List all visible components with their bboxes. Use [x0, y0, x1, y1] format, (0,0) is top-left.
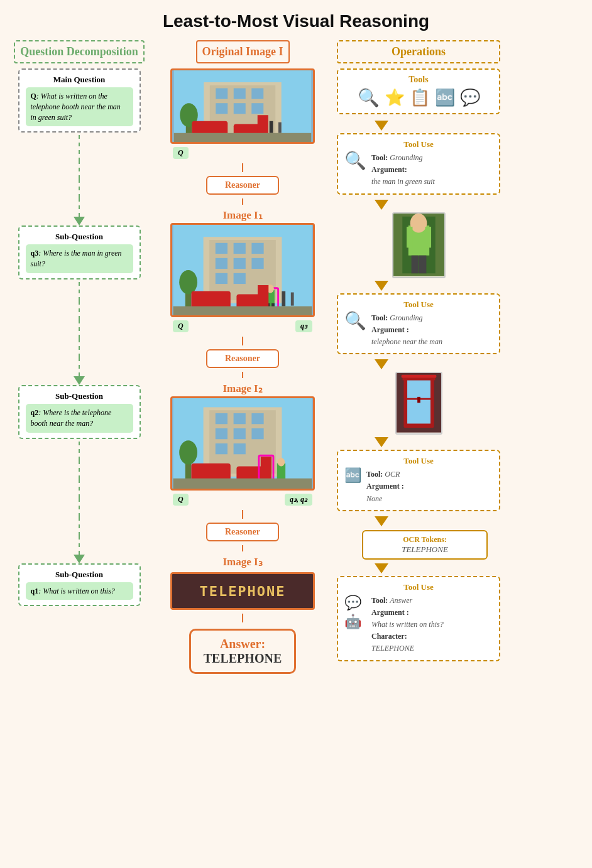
- badges-row-2: Q q₃, q₂: [170, 492, 315, 507]
- main-question-box: Main Question Q: What is written on the …: [18, 68, 141, 133]
- tool-use-text-3: Tool: OCR Argument : None: [366, 469, 404, 505]
- svg-rect-50: [216, 443, 227, 454]
- svg-point-29: [179, 270, 197, 294]
- svg-rect-14: [278, 122, 282, 133]
- sub-question-3-box: Sub-Question q1: What is written on this…: [18, 563, 141, 607]
- q3-label: q3: [31, 249, 39, 258]
- ocr-tokens-label: OCR Tokens:: [372, 535, 478, 545]
- svg-rect-25: [251, 258, 263, 269]
- arg-label-3: Argument :: [366, 482, 404, 491]
- svg-rect-21: [234, 243, 246, 254]
- image-i3: TELEPHONE: [170, 572, 315, 610]
- svg-rect-5: [251, 89, 263, 99]
- v-dash-6: [79, 301, 80, 320]
- star-icon: ⭐: [385, 88, 405, 107]
- answer-icon: 💬: [460, 88, 480, 107]
- tool-use-box-4: Tool Use 💬 🤖 Tool: Answer Argument : Wha…: [337, 576, 500, 661]
- sub-q1-content: Where is the man in green suit?: [31, 249, 122, 268]
- v-dash-11: [79, 460, 80, 479]
- reasoner-box-3: Reasoner: [206, 523, 279, 541]
- v-dash-10: [79, 442, 80, 460]
- image-i1-label: Image I₁: [222, 209, 262, 222]
- q-label: Q: [31, 92, 36, 100]
- ocr-tool-icon: 🔤: [344, 469, 361, 482]
- v-dash-9: [79, 357, 80, 376]
- v-dash-14: [79, 517, 80, 536]
- svg-rect-67: [406, 227, 412, 247]
- svg-rect-6: [216, 103, 227, 114]
- arg-label-1: Argument:: [371, 165, 407, 174]
- left-column: Question Decomposition Main Question Q: …: [10, 40, 148, 679]
- grounding-icon: 🔍: [358, 87, 380, 108]
- svg-rect-68: [425, 227, 431, 247]
- sub-q2-content: Where is the telephone booth near the ma…: [31, 408, 112, 428]
- arrow-to-sub3: [74, 555, 85, 563]
- middle-column: Original Image I: [155, 40, 331, 679]
- image-i3-label: Image I₃: [222, 555, 262, 568]
- svg-rect-37: [258, 285, 268, 309]
- arrow-to-sub1: [74, 217, 85, 225]
- arg-value-4: What is written on this?: [371, 620, 444, 629]
- arrow-down-gold-5: [375, 437, 388, 447]
- v-line-after-reasoner-1: [242, 198, 243, 205]
- svg-rect-24: [234, 258, 246, 269]
- q-badge-3: Q: [173, 494, 189, 506]
- svg-rect-66: [419, 255, 425, 273]
- q-badge-1: Q: [173, 147, 189, 159]
- original-image: [170, 68, 315, 144]
- svg-rect-46: [251, 413, 263, 424]
- tools-box: Tools 🔍 ⭐ 📋 🔤 💬: [337, 68, 500, 114]
- left-col-header: Question Decomposition: [14, 40, 145, 63]
- svg-rect-73: [417, 397, 420, 403]
- v-dash-3: [79, 179, 80, 198]
- v-line-to-reasoner-3: [242, 510, 243, 519]
- ocr-icon: 🔤: [435, 88, 455, 107]
- sub-question-2-title: Sub-Question: [26, 391, 133, 401]
- q3-badge: q₃: [295, 320, 312, 332]
- tool-use-text-4: Tool: Answer Argument : What is written …: [371, 595, 444, 655]
- right-column: Operations Tools 🔍 ⭐ 📋 🔤 💬 Tool Use: [337, 40, 513, 679]
- arg-label-2: Argument :: [371, 325, 409, 334]
- tool-value-3: OCR: [385, 470, 400, 479]
- sub-question-3-title: Sub-Question: [26, 570, 133, 580]
- svg-rect-49: [251, 428, 263, 439]
- svg-rect-39: [291, 293, 294, 306]
- arrow-down-gold-3: [375, 281, 388, 291]
- svg-point-53: [179, 440, 197, 464]
- v-line-after-reasoner-3: [242, 545, 243, 551]
- v-line-to-answer: [242, 614, 243, 622]
- svg-rect-22: [251, 243, 263, 254]
- arg-value-3: None: [366, 494, 382, 503]
- answer-tool-icon: 💬: [344, 595, 361, 611]
- v-dash-2: [79, 160, 80, 179]
- tool-use-title-2: Tool Use: [344, 300, 493, 310]
- svg-rect-47: [216, 428, 227, 439]
- original-image-label: Original Image I: [202, 45, 283, 58]
- v-dash-1: [79, 135, 80, 160]
- tool-label-4: Tool:: [371, 596, 388, 605]
- middle-col-header: Original Image I: [196, 40, 290, 63]
- v-line-after-reasoner-2: [242, 372, 243, 378]
- svg-rect-48: [234, 428, 246, 439]
- svg-rect-7: [234, 103, 246, 114]
- tool-use-row-4: 💬 🤖 Tool: Answer Argument : What is writ…: [344, 595, 493, 655]
- robot-icon: 🤖: [344, 614, 361, 630]
- v-dash-15: [79, 536, 80, 555]
- v-dash-4: [79, 198, 80, 217]
- arg-value-2: telephone near the man: [371, 337, 442, 346]
- tool-use-box-2: Tool Use 🔍 Tool: Grounding Argument : te…: [337, 293, 500, 355]
- qa-icon: 📋: [410, 88, 430, 107]
- grounding-tool-icon-1: 🔍: [344, 152, 366, 170]
- sub-question-2-text: q2: Where is the telephone booth near th…: [26, 404, 133, 433]
- svg-rect-13: [270, 121, 273, 133]
- svg-rect-75: [401, 375, 436, 378]
- page-title: Least-to-Most Visual Reasoning: [10, 11, 582, 31]
- tool-value-1: Grounding: [390, 153, 422, 162]
- tool-value-2: Grounding: [390, 313, 422, 322]
- image-i1: [170, 223, 315, 317]
- arrow-down-gold-1: [375, 121, 388, 131]
- svg-rect-51: [234, 443, 246, 454]
- tool-use-title-1: Tool Use: [344, 139, 493, 149]
- svg-rect-40: [173, 307, 312, 315]
- tools-title: Tools: [344, 75, 493, 85]
